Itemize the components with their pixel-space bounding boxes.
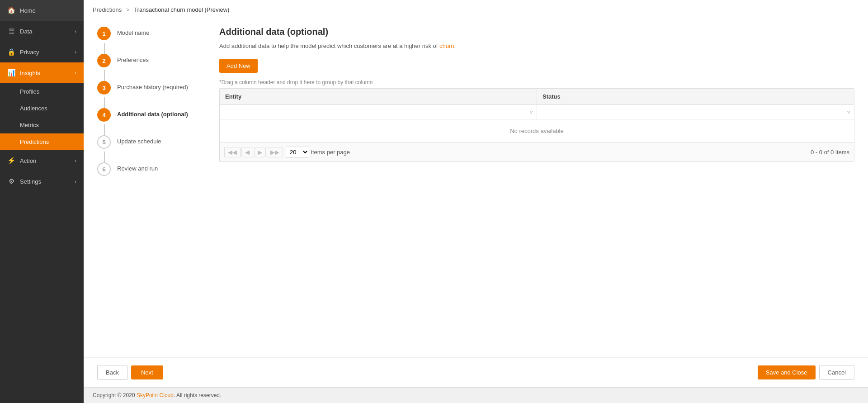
subtitle-period: . [454, 43, 456, 49]
filter-icon-status[interactable]: ▿ [847, 109, 850, 115]
main-content: Predictions > Transactional churn model … [84, 0, 868, 403]
breadcrumb-predictions[interactable]: Predictions [93, 6, 122, 13]
sidebar: 🏠 Home ☰ Data ‹ 🔒 Privacy ‹ 📊 Insights ›… [0, 0, 84, 403]
per-page-select[interactable]: 20 50 100 [286, 147, 309, 158]
filter-icon-entity[interactable]: ▿ [530, 109, 533, 115]
sidebar-label-audiences: Audiences [20, 105, 47, 112]
sidebar-label-predictions: Predictions [20, 138, 49, 145]
step-circle-6: 6 [97, 162, 111, 176]
sidebar-item-action[interactable]: ⚡ Action ‹ [0, 150, 84, 171]
sidebar-item-profiles[interactable]: Profiles [0, 83, 84, 100]
drag-hint: *Drag a column header and drop it here t… [219, 79, 854, 85]
sidebar-item-metrics[interactable]: Metrics [0, 117, 84, 133]
step-label-2: Preferences [117, 54, 149, 81]
sidebar-item-data[interactable]: ☰ Data ‹ [0, 21, 84, 42]
detail-subtitle: Add additional data to help the model pr… [219, 42, 854, 51]
breadcrumb: Predictions > Transactional churn model … [84, 0, 868, 18]
sidebar-label-action: Action [20, 157, 36, 164]
page-title: Additional data (optional) [219, 27, 854, 37]
subtitle-text: Add additional data to help the model pr… [219, 43, 439, 49]
action-footer: Back Next Save and Close Cancel [84, 357, 868, 387]
step-circle-5: 5 [97, 135, 111, 149]
insights-icon: 📊 [7, 69, 15, 77]
sidebar-label-privacy: Privacy [20, 49, 39, 56]
gear-icon: ⚙ [7, 177, 15, 185]
copyright-suffix: . All rights reserved. [174, 392, 221, 398]
wizard-step-1: 1 Model name [97, 27, 201, 54]
step-label-3: Purchase history (required) [117, 81, 188, 108]
grid-header: Entity Status [220, 89, 854, 105]
breadcrumb-current: Transactional churn model (Preview) [134, 6, 229, 13]
per-page-label: items per page [311, 149, 350, 156]
sidebar-item-predictions[interactable]: Predictions [0, 133, 84, 150]
churn-link[interactable]: churn [439, 43, 454, 49]
detail-area: Additional data (optional) Add additiona… [210, 22, 868, 357]
col-status-label: Status [542, 93, 561, 100]
pag-prev-button[interactable]: ◀ [241, 147, 253, 157]
wizard-steps: 1 Model name 2 Preferences 3 [84, 22, 210, 357]
step-circle-1: 1 [97, 27, 111, 40]
data-icon: ☰ [7, 27, 15, 35]
step-label-5: Update schedule [117, 135, 161, 162]
company-link[interactable]: SkyPoint Cloud [137, 392, 174, 398]
step-label-1: Model name [117, 27, 150, 54]
chevron-down-icon: › [75, 70, 76, 76]
pagination-info: 0 - 0 of 0 items [811, 149, 849, 156]
pagination-row: ◀◀ ◀ ▶ ▶▶ 20 50 100 items per page 0 - 0… [220, 143, 854, 161]
sidebar-item-privacy[interactable]: 🔒 Privacy ‹ [0, 42, 84, 62]
step-circle-2: 2 [97, 54, 111, 67]
pag-first-button[interactable]: ◀◀ [224, 147, 241, 157]
pag-next-button[interactable]: ▶ [254, 147, 266, 157]
filter-cell-status: ▿ [537, 105, 854, 119]
chevron-down-icon: ‹ [75, 49, 76, 55]
wizard-step-5: 5 Update schedule [97, 135, 201, 162]
wizard-step-2: 2 Preferences [97, 54, 201, 81]
wizard-main-area: 1 Model name 2 Preferences 3 [84, 18, 868, 357]
cancel-button[interactable]: Cancel [819, 365, 854, 380]
copyright-text: Copyright © 2020 [93, 392, 137, 398]
no-records-message: No records available [220, 119, 854, 143]
step-circle-4: 4 [97, 108, 111, 122]
step-label-4: Additional data (optional) [117, 108, 188, 135]
sidebar-item-insights[interactable]: 📊 Insights › [0, 62, 84, 83]
grid-col-status: Status [537, 89, 854, 104]
sidebar-label-profiles: Profiles [20, 88, 39, 95]
lock-icon: 🔒 [7, 48, 15, 56]
pag-last-button[interactable]: ▶▶ [267, 147, 283, 157]
status-filter-input[interactable] [541, 107, 847, 117]
home-icon: 🏠 [7, 6, 15, 14]
breadcrumb-separator: > [126, 6, 131, 13]
wizard-step-4: 4 Additional data (optional) [97, 108, 201, 135]
next-button[interactable]: Next [131, 365, 163, 379]
sidebar-label-data: Data [20, 28, 32, 35]
sidebar-label-insights: Insights [20, 70, 40, 76]
filter-cell-entity: ▿ [220, 105, 537, 119]
chevron-down-icon: ‹ [75, 28, 76, 34]
entity-filter-input[interactable] [223, 107, 530, 117]
sidebar-item-audiences[interactable]: Audiences [0, 100, 84, 117]
sidebar-item-home[interactable]: 🏠 Home [0, 0, 84, 21]
chevron-down-icon: ‹ [75, 158, 76, 163]
copyright-footer: Copyright © 2020 SkyPoint Cloud. All rig… [84, 387, 868, 403]
grid-filter-row: ▿ ▿ [220, 105, 854, 119]
chevron-down-icon: ‹ [75, 179, 76, 184]
content-panel: Predictions > Transactional churn model … [84, 0, 868, 387]
sidebar-label-home: Home [20, 7, 36, 14]
add-new-button[interactable]: Add New [219, 59, 258, 73]
step-label-6: Review and run [117, 162, 158, 190]
sidebar-label-metrics: Metrics [20, 122, 39, 128]
sidebar-item-settings[interactable]: ⚙ Settings ‹ [0, 171, 84, 192]
data-grid: Entity Status ▿ [219, 88, 854, 162]
wizard-step-3: 3 Purchase history (required) [97, 81, 201, 108]
back-button[interactable]: Back [97, 365, 127, 380]
col-entity-label: Entity [225, 93, 241, 100]
wizard-step-6: 6 Review and run [97, 162, 201, 190]
grid-col-entity: Entity [220, 89, 537, 104]
sidebar-label-settings: Settings [20, 178, 41, 185]
save-close-button[interactable]: Save and Close [758, 365, 816, 379]
action-icon: ⚡ [7, 156, 15, 165]
step-circle-3: 3 [97, 81, 111, 95]
